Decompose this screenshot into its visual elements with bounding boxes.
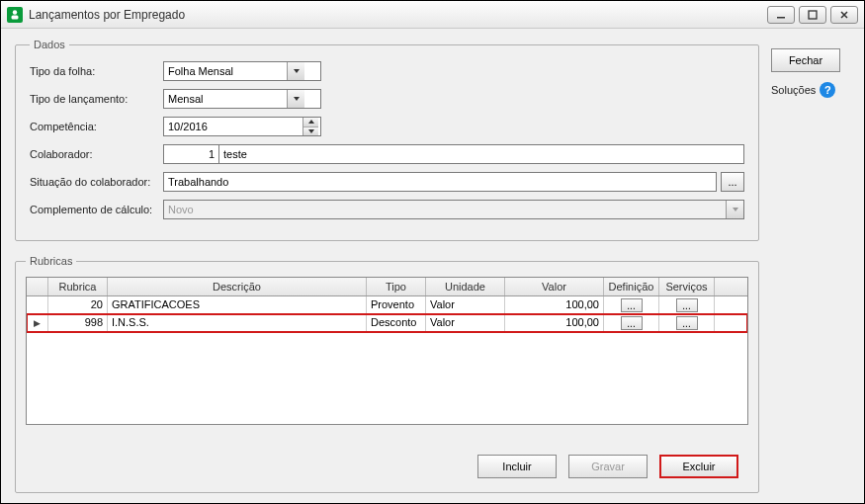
table-row[interactable]: ▶998I.N.S.S.DescontoValor100,00...... [27,314,747,332]
cell-rubrica: 20 [48,296,108,314]
spin-up-icon[interactable] [303,118,318,126]
rubricas-buttons: Incluir Gravar Excluir [26,455,748,478]
situacao-input[interactable] [163,172,717,192]
tipo-lancamento-select[interactable] [163,89,321,109]
situacao-lookup-button[interactable]: ... [721,172,744,192]
rubricas-legend: Rubricas [26,255,76,267]
rubricas-group: Rubricas Rubrica Descrição Tipo Unidade … [15,255,759,493]
cell-unidade: Valor [426,296,505,314]
table-row[interactable]: 20GRATIFICACOESProventoValor100,00...... [27,296,747,314]
competencia-value[interactable] [164,118,303,135]
servicos-button[interactable]: ... [676,298,698,312]
cell-servicos: ... [659,314,715,332]
chevron-down-icon[interactable] [287,90,304,108]
gravar-button: Gravar [568,455,648,478]
col-definicao: Definição [604,278,659,295]
help-icon: ? [820,82,835,98]
grid-header: Rubrica Descrição Tipo Unidade Valor Def… [27,278,747,296]
col-valor: Valor [505,278,604,295]
complemento-select [163,200,744,219]
chevron-down-icon [726,201,743,218]
svg-rect-1 [12,15,19,19]
tipo-folha-label: Tipo da folha: [30,65,163,77]
dados-legend: Dados [30,39,69,50]
definicao-button[interactable]: ... [621,316,643,330]
colaborador-id-input[interactable] [163,144,218,164]
solucoes-label: Soluções [771,84,816,96]
col-unidade: Unidade [426,278,505,295]
window-controls [767,6,858,24]
competencia-label: Competência: [30,121,163,132]
cell-definicao: ... [604,296,659,314]
complemento-label: Complemento de cálculo: [30,204,163,215]
cell-descricao: GRATIFICACOES [108,296,367,314]
row-indicator: ▶ [27,314,48,332]
row-indicator [27,296,48,314]
cell-rubrica: 998 [48,314,108,332]
col-rubrica: Rubrica [48,278,108,295]
cell-tipo: Provento [367,296,426,314]
definicao-button[interactable]: ... [621,298,643,312]
situacao-label: Situação do colaborador: [30,176,163,188]
cell-servicos: ... [659,296,715,314]
rubricas-grid[interactable]: Rubrica Descrição Tipo Unidade Valor Def… [26,277,748,425]
colaborador-nome-input[interactable] [218,144,744,164]
window: Lançamentos por Empregado Dados Tipo da … [0,0,865,504]
titlebar: Lançamentos por Empregado [1,1,864,29]
grid-corner [27,278,48,295]
svg-point-0 [13,10,17,14]
tipo-folha-value[interactable] [164,62,287,80]
minimize-button[interactable] [767,6,795,24]
cell-valor: 100,00 [505,314,604,332]
excluir-button[interactable]: Excluir [659,455,738,478]
svg-rect-2 [777,17,785,19]
tipo-folha-select[interactable] [163,61,321,81]
app-icon [7,7,23,23]
window-title: Lançamentos por Empregado [29,8,767,22]
incluir-button[interactable]: Incluir [477,455,557,478]
complemento-value [164,201,726,218]
colaborador-label: Colaborador: [30,148,163,160]
cell-definicao: ... [604,314,659,332]
maximize-button[interactable] [799,6,826,24]
chevron-down-icon[interactable] [287,62,304,80]
cell-valor: 100,00 [505,296,604,314]
col-descricao: Descrição [108,278,367,295]
spin-down-icon[interactable] [303,126,318,136]
cell-unidade: Valor [426,314,505,332]
close-button[interactable] [830,6,858,24]
cell-tipo: Desconto [367,314,426,332]
svg-rect-3 [809,11,817,19]
col-servicos: Serviços [659,278,715,295]
fechar-button[interactable]: Fechar [771,48,840,72]
tipo-lancamento-label: Tipo de lançamento: [30,93,163,105]
dados-group: Dados Tipo da folha: Tipo de lançamento: [15,39,759,241]
competencia-spinner[interactable] [163,117,321,136]
cell-descricao: I.N.S.S. [108,314,367,332]
servicos-button[interactable]: ... [676,316,698,330]
solucoes-link[interactable]: Soluções ? [771,82,835,98]
tipo-lancamento-value[interactable] [164,90,287,108]
col-tipo: Tipo [367,278,426,295]
